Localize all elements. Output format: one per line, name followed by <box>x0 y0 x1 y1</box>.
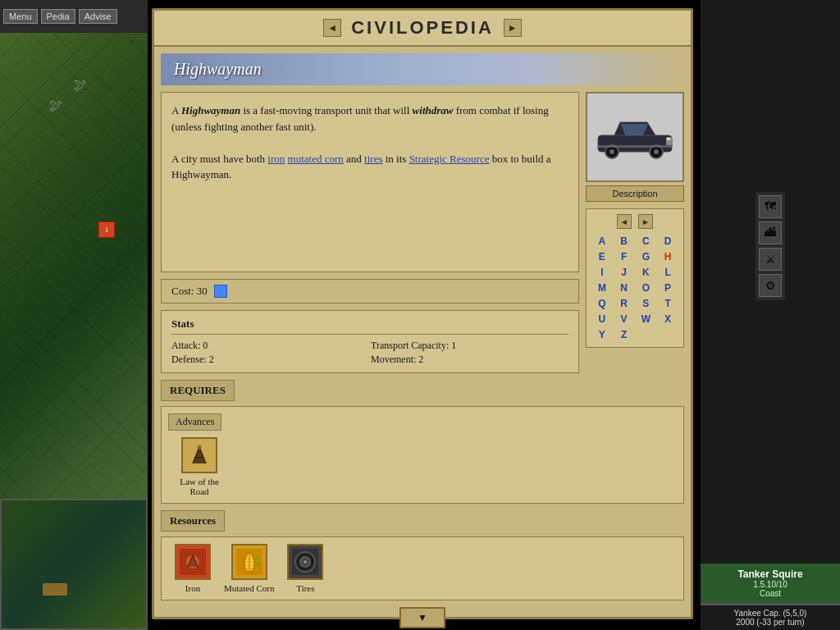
unit-car-svg <box>594 112 676 162</box>
alpha-letter-r[interactable]: R <box>614 296 635 311</box>
minimap <box>0 499 148 630</box>
advance-law-of-road[interactable]: Law of the Road <box>175 437 224 496</box>
yankee-cap-label: Yankee Cap. (5,5,0) <box>704 609 837 618</box>
highwayman-italic: Highwayman <box>181 104 240 116</box>
alpha-letter-n[interactable]: N <box>614 281 635 295</box>
bottom-ok-button[interactable]: ▼ <box>399 607 445 628</box>
alpha-letter-z[interactable]: Z <box>614 327 635 342</box>
unit-image-box <box>586 92 684 182</box>
description-button[interactable]: Description <box>586 185 684 202</box>
alpha-prev-arrow[interactable]: ◄ <box>617 214 632 229</box>
withdraw-italic: withdraw <box>413 104 454 116</box>
menu-button[interactable]: Menu <box>3 9 38 24</box>
map-bird-2: 🕊 <box>74 78 87 93</box>
resource-mutated-corn[interactable]: Mutated Corn <box>224 544 274 593</box>
strategic-resource-link[interactable]: Strategic Resource <box>409 153 490 165</box>
mutated-corn-link[interactable]: mutated corn <box>288 153 344 165</box>
tires-link[interactable]: tires <box>364 153 382 165</box>
resources-items: Iron <box>168 544 677 593</box>
civilo-header: ◄ CIVILOPEDIA ► <box>154 11 691 47</box>
alpha-letter-o[interactable]: O <box>636 281 657 295</box>
advances-label: Advances <box>168 413 221 431</box>
bottom-bar: Yankee Cap. (5,5,0) 2000 (-33 per turn) <box>701 605 840 630</box>
alpha-letter-g[interactable]: G <box>636 249 657 264</box>
minimap-ship <box>43 583 67 596</box>
alpha-next-arrow[interactable]: ► <box>638 214 653 229</box>
advance-icon <box>181 437 217 473</box>
minimap-content <box>2 500 146 628</box>
iron-link[interactable]: iron <box>267 153 285 165</box>
alpha-letter-v[interactable]: V <box>614 312 635 326</box>
alpha-letter-k[interactable]: K <box>636 265 657 280</box>
alphabet-nav: ◄ ► ABCDEFGHIJKLMNOPQRSTUVWXYZ <box>586 208 684 348</box>
alpha-letter-d[interactable]: D <box>657 234 678 249</box>
requires-header: REQUIRES <box>161 380 235 401</box>
toolbar: Menu Pedia Advise <box>0 0 148 33</box>
right-icons-bar: 🗺 🏙 ⚔ ⚙ <box>756 192 785 300</box>
alpha-letter-x[interactable]: X <box>657 312 678 326</box>
icon-settings[interactable]: ⚙ <box>759 274 782 297</box>
map-unit-1: 1 <box>98 221 115 238</box>
icon-city[interactable]: 🏙 <box>759 221 782 244</box>
alpha-letter-s[interactable]: S <box>636 296 657 311</box>
alphabet-grid: ABCDEFGHIJKLMNOPQRSTUVWXYZ <box>591 234 678 342</box>
unit-name: Tanker Squire <box>705 568 835 580</box>
iron-icon <box>175 544 211 580</box>
stats-box: Stats Attack: 0 Transport Capacity: 1 De… <box>161 310 579 373</box>
alpha-letter-m[interactable]: M <box>591 281 613 295</box>
turn-info: 2000 (-33 per turn) <box>704 618 837 627</box>
resources-section: Resources Iron <box>161 510 684 600</box>
resource-tires[interactable]: Tires <box>287 544 323 593</box>
cost-text: Cost: 30 <box>171 285 208 298</box>
bottom-btn-area: ▼ <box>161 607 684 628</box>
svg-rect-7 <box>598 145 672 148</box>
alpha-letter-e[interactable]: E <box>591 249 613 264</box>
civilopedia-panel: ◄ CIVILOPEDIA ► Highwayman A Highwayman … <box>152 8 693 619</box>
corn-svg <box>236 549 262 575</box>
alpha-letter-w[interactable]: W <box>636 312 657 326</box>
tires-svg <box>292 549 318 575</box>
alpha-letter-b[interactable]: B <box>614 234 635 249</box>
movement-stat: Movement: 2 <box>371 354 568 366</box>
stats-header: Stats <box>171 317 568 335</box>
alpha-letter-q[interactable]: Q <box>591 296 613 311</box>
alpha-letter-c[interactable]: C <box>636 234 657 249</box>
iron-label: Iron <box>185 583 200 593</box>
nav-prev-button[interactable]: ◄ <box>323 19 341 37</box>
alpha-letter-p[interactable]: P <box>657 281 678 295</box>
resources-inner: Iron <box>161 536 684 600</box>
alpha-letter-h[interactable]: H <box>657 249 678 264</box>
tires-icon <box>287 544 323 580</box>
icon-sword[interactable]: ⚔ <box>759 248 782 271</box>
alpha-letter-l[interactable]: L <box>657 265 678 280</box>
icon-map[interactable]: 🗺 <box>759 195 782 218</box>
resource-iron[interactable]: Iron <box>175 544 211 593</box>
alpha-letter-i[interactable]: I <box>591 265 613 280</box>
law-icon-svg <box>185 441 214 470</box>
pedia-button[interactable]: Pedia <box>41 9 75 24</box>
alpha-arrows: ◄ ► <box>591 214 678 229</box>
alpha-letter-u[interactable]: U <box>591 312 613 326</box>
advance-name: Law of the Road <box>175 477 224 496</box>
right-panel: Description ◄ ► ABCDEFGHIJKLMNOPQRSTUVWX… <box>586 92 684 380</box>
svg-point-4 <box>654 149 659 154</box>
corn-icon <box>231 544 267 580</box>
alpha-letter-a[interactable]: A <box>591 234 613 249</box>
advise-button[interactable]: Advise <box>79 9 117 24</box>
nav-next-button[interactable]: ► <box>504 19 522 37</box>
cost-bar: Cost: 30 <box>161 279 579 304</box>
alpha-letter-t[interactable]: T <box>657 296 678 311</box>
right-sidebar: 🗺 🏙 ⚔ ⚙ Tanker Squire 1.5.10/10 Coast Ya… <box>701 0 840 630</box>
desc-paragraph-2: A city must have both iron mutated corn … <box>171 151 568 183</box>
description-box: A Highwayman is a fast-moving transport … <box>161 92 579 272</box>
requires-inner: Advances Law of the Road <box>161 406 684 504</box>
stats-grid: Attack: 0 Transport Capacity: 1 Defense:… <box>171 340 568 366</box>
civilo-title: CIVILOPEDIA <box>351 17 494 39</box>
iron-svg <box>180 549 206 575</box>
alpha-letter-j[interactable]: J <box>614 265 635 280</box>
unit-info-panel: Tanker Squire 1.5.10/10 Coast <box>701 564 840 605</box>
svg-rect-6 <box>667 138 670 140</box>
attack-stat: Attack: 0 <box>171 340 369 352</box>
alpha-letter-y[interactable]: Y <box>591 327 613 342</box>
alpha-letter-f[interactable]: F <box>614 249 635 264</box>
